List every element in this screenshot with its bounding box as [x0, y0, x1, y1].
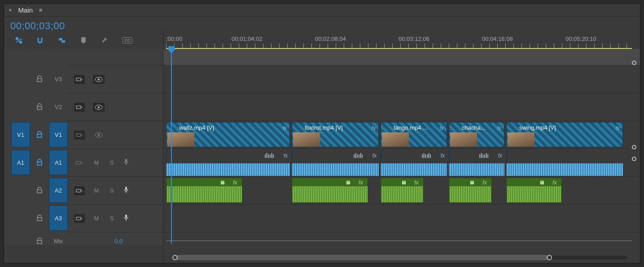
- source-patch-empty[interactable]: [11, 206, 30, 231]
- source-patch-a1[interactable]: A1: [11, 150, 30, 175]
- video-clip[interactable]: tango.mp4 ... fx: [381, 122, 447, 147]
- zoom-handle-left[interactable]: [172, 255, 178, 260]
- audio-clip[interactable]: ılıılıfx: [166, 178, 242, 203]
- timeline-area: ;00;00 00;01;04;02 00;02;08;04 00;03;12;…: [163, 29, 640, 263]
- marker-icon[interactable]: [79, 36, 88, 44]
- audio-clip-linked[interactable]: ılıılıfx: [381, 150, 381, 162]
- lane-a3[interactable]: [163, 204, 640, 232]
- track-targeting-button[interactable]: [74, 214, 85, 223]
- waveform: [292, 186, 368, 203]
- track-label[interactable]: V2: [55, 104, 62, 110]
- svg-rect-5: [76, 106, 81, 109]
- toggle-track-output-button[interactable]: [93, 131, 105, 140]
- horizontal-scrollbar[interactable]: [163, 253, 640, 263]
- track-targeting-button[interactable]: [74, 186, 85, 195]
- track-label: Mix: [54, 238, 63, 245]
- waveform: [449, 186, 491, 203]
- mute-button[interactable]: M: [93, 187, 100, 194]
- source-patch-empty[interactable]: [11, 66, 30, 92]
- insert-overwrite-icon[interactable]: [15, 36, 23, 44]
- svg-rect-12: [125, 159, 127, 162]
- lock-toggle[interactable]: [30, 232, 49, 250]
- track-targeting-button[interactable]: [74, 75, 85, 84]
- waveform: [381, 186, 423, 203]
- solo-button[interactable]: S: [108, 187, 115, 194]
- lock-toggle[interactable]: [30, 176, 49, 204]
- sequence-title[interactable]: Main: [18, 6, 33, 14]
- audio-clip-linked[interactable]: ılıılıfx: [449, 150, 450, 162]
- wrench-settings-icon[interactable]: [101, 36, 109, 44]
- lane-v1[interactable]: waltz.mp4 [V] fx foxtrot.mp4 [V] fx tang…: [163, 121, 640, 149]
- lane-mix[interactable]: ▶◀: [163, 232, 640, 250]
- audio-glyph-icon: ılıılı: [402, 179, 405, 186]
- mix-level-line[interactable]: [166, 241, 632, 241]
- svg-rect-2: [76, 78, 81, 81]
- audio-clip[interactable]: ılıılıfx: [449, 178, 492, 203]
- hscroll-thumb[interactable]: [176, 255, 548, 260]
- svg-point-10: [98, 134, 100, 136]
- clip-thumbnail: [293, 132, 320, 147]
- video-clip[interactable]: waltz.mp4 [V] fx: [166, 122, 290, 147]
- mix-level-value[interactable]: 0.0: [114, 238, 123, 245]
- audio-clip-linked[interactable]: ılıılı fx: [166, 150, 167, 162]
- waveform: [506, 163, 623, 176]
- track-target-a2[interactable]: A2: [49, 178, 68, 203]
- track-label[interactable]: V3: [55, 76, 62, 83]
- mute-button[interactable]: M: [93, 215, 100, 222]
- linked-selection-icon[interactable]: [58, 36, 66, 44]
- lock-toggle[interactable]: [30, 65, 49, 93]
- video-clip[interactable]: swing.mp4 [V] fx: [506, 122, 623, 147]
- close-panel-icon[interactable]: ×: [9, 7, 12, 13]
- vscroll-knob[interactable]: [632, 157, 636, 161]
- lane-v3[interactable]: [163, 65, 640, 93]
- lock-toggle-locked[interactable]: [30, 149, 49, 176]
- vscroll-knob[interactable]: [632, 61, 636, 65]
- clip-label: swing.mp4 [V]: [519, 124, 556, 131]
- lock-toggle[interactable]: [30, 93, 49, 121]
- voiceover-record-button[interactable]: [123, 214, 129, 223]
- fx-badge: fx: [372, 153, 377, 159]
- track-targeting-button[interactable]: [74, 131, 85, 140]
- lane-v2[interactable]: [163, 93, 640, 121]
- voiceover-record-button[interactable]: [123, 158, 129, 167]
- svg-point-7: [98, 106, 100, 108]
- audio-glyph-icon: ılıılı: [220, 179, 224, 186]
- track-targeting-button[interactable]: [74, 103, 85, 112]
- lock-toggle[interactable]: [30, 204, 49, 232]
- track-target-a3[interactable]: A3: [49, 206, 68, 231]
- track-target-v1[interactable]: V1: [49, 122, 68, 147]
- toggle-track-output-button[interactable]: [93, 103, 105, 112]
- mute-button[interactable]: M: [93, 159, 100, 166]
- source-patch-v1[interactable]: V1: [11, 122, 30, 147]
- track-targeting-button[interactable]: [74, 158, 85, 167]
- source-patch-empty[interactable]: [11, 228, 30, 254]
- svg-rect-8: [76, 134, 81, 136]
- captions-icon[interactable]: CC: [123, 37, 132, 44]
- source-patch-empty[interactable]: [11, 178, 30, 203]
- playhead-timecode[interactable]: 00;00;03;00: [10, 20, 65, 32]
- lane-a2[interactable]: ılıılıfx ılıılıfx ılıılıfx ılıılıfx ılıı…: [163, 176, 640, 204]
- toggle-track-output-button[interactable]: [93, 75, 105, 84]
- lane-a1[interactable]: ılıılı fx ılıılıfx ılıılıfx ılıılıfx: [163, 149, 640, 176]
- vscroll-knob[interactable]: [632, 145, 636, 149]
- tracks-canvas[interactable]: waltz.mp4 [V] fx foxtrot.mp4 [V] fx tang…: [163, 49, 640, 244]
- audio-clip[interactable]: ılıılıfx: [292, 178, 368, 203]
- snap-icon[interactable]: [36, 36, 44, 44]
- video-clip[interactable]: chacha... fx: [449, 122, 504, 147]
- lock-toggle-locked[interactable]: [30, 121, 49, 149]
- panel-menu-icon[interactable]: ≡: [39, 7, 43, 13]
- audio-clip-linked[interactable]: ılıılıfx: [292, 150, 293, 162]
- voiceover-record-button[interactable]: [123, 186, 129, 195]
- source-patch-empty[interactable]: [11, 94, 30, 119]
- fx-badge: fx: [552, 179, 557, 186]
- audio-clip[interactable]: ılıılıfx: [381, 178, 424, 203]
- track-target-a1[interactable]: A1: [49, 150, 68, 175]
- time-ruler[interactable]: ;00;00 00;01;04;02 00;02;08;04 00;03;12;…: [163, 29, 640, 49]
- solo-button[interactable]: S: [108, 215, 115, 222]
- video-clip[interactable]: foxtrot.mp4 [V] fx: [292, 122, 379, 147]
- ruler-tick-label: 00;04;16;08: [482, 35, 513, 42]
- audio-clip-linked[interactable]: ılıılıfx: [506, 150, 507, 162]
- solo-button[interactable]: S: [108, 159, 115, 166]
- zoom-handle-right[interactable]: [547, 255, 552, 260]
- audio-clip[interactable]: ılıılıfx: [506, 178, 562, 203]
